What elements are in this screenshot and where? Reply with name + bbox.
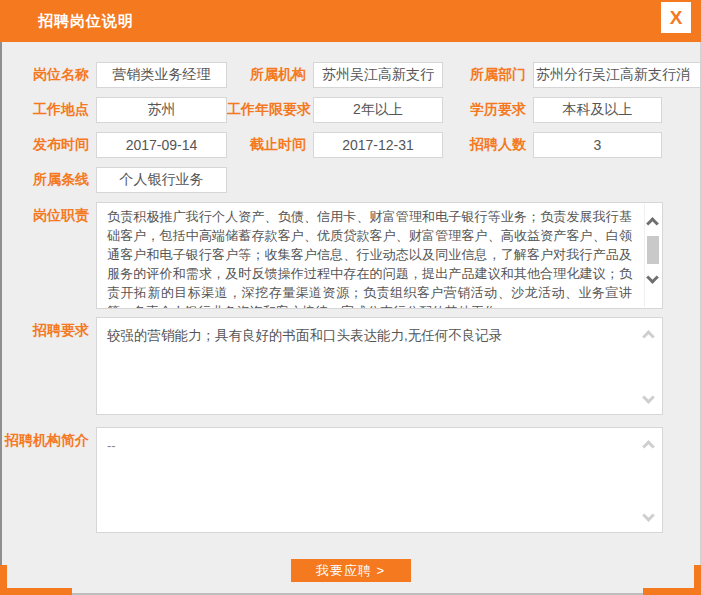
- intro-section: 招聘机构简介 --: [0, 427, 701, 533]
- experience-label: 工作年限要求: [227, 101, 313, 119]
- scroll-down-icon: [642, 391, 655, 404]
- deadline-label: 截止时间: [227, 136, 313, 154]
- institution-field[interactable]: 苏州吴江高新支行: [313, 62, 443, 88]
- education-field[interactable]: 本科及以上: [533, 97, 662, 123]
- requirements-text: 较强的营销能力；具有良好的书面和口头表达能力,无任何不良记录: [97, 318, 662, 345]
- institution-label: 所属机构: [227, 66, 313, 84]
- corner-accent: [643, 588, 701, 595]
- apply-button[interactable]: 我要应聘 >: [291, 559, 411, 582]
- scroll-up-icon[interactable]: [646, 217, 659, 230]
- headcount-field[interactable]: 3: [533, 132, 662, 158]
- publish-date-label: 发布时间: [0, 136, 96, 154]
- department-field[interactable]: 苏州分行吴江高新支行消: [533, 62, 701, 88]
- position-name-label: 岗位名称: [0, 66, 96, 84]
- field-row-1: 岗位名称 营销类业务经理 所属机构 苏州吴江高新支行 所属部门 苏州分行吴江高新…: [0, 62, 701, 88]
- location-label: 工作地点: [0, 101, 96, 119]
- corner-accent: [0, 588, 72, 595]
- deadline-field[interactable]: 2017-12-31: [313, 132, 443, 158]
- dialog-title: 招聘岗位说明: [38, 12, 134, 31]
- publish-date-field[interactable]: 2017-09-14: [96, 132, 227, 158]
- duties-textarea[interactable]: 负责积极推广我行个人资产、负债、信用卡、财富管理和电子银行等业务；负责发展我行基…: [96, 202, 663, 309]
- duties-text: 负责积极推广我行个人资产、负债、信用卡、财富管理和电子银行等业务；负责发展我行基…: [97, 203, 662, 309]
- position-name-field[interactable]: 营销类业务经理: [96, 62, 227, 88]
- requirements-section: 招聘要求 较强的营销能力；具有良好的书面和口头表达能力,无任何不良记录: [0, 317, 701, 415]
- field-row-2: 工作地点 苏州 工作年限要求 2年以上 学历要求 本科及以上: [0, 97, 701, 123]
- job-description-dialog: 招聘岗位说明 X 岗位名称 营销类业务经理 所属机构 苏州吴江高新支行 所属部门…: [0, 0, 701, 595]
- close-icon[interactable]: X: [661, 2, 691, 33]
- duties-scrollbar[interactable]: [644, 204, 661, 307]
- duties-section: 岗位职责 负责积极推广我行个人资产、负债、信用卡、财富管理和电子银行等业务；负责…: [0, 202, 701, 317]
- requirements-textarea[interactable]: 较强的营销能力；具有良好的书面和口头表达能力,无任何不良记录: [96, 317, 663, 415]
- field-row-3: 发布时间 2017-09-14 截止时间 2017-12-31 招聘人数 3: [0, 132, 701, 158]
- business-line-label: 所属条线: [0, 171, 96, 189]
- location-field[interactable]: 苏州: [96, 97, 227, 123]
- intro-textarea[interactable]: --: [96, 427, 663, 533]
- dialog-left-border: [0, 42, 2, 595]
- dialog-header: 招聘岗位说明: [0, 0, 701, 42]
- scroll-down-icon[interactable]: [646, 271, 659, 284]
- dialog-body: 岗位名称 营销类业务经理 所属机构 苏州吴江高新支行 所属部门 苏州分行吴江高新…: [0, 42, 701, 582]
- experience-field[interactable]: 2年以上: [313, 97, 443, 123]
- scroll-down-icon: [642, 509, 655, 522]
- intro-text: --: [97, 428, 662, 455]
- scrollbar-thumb[interactable]: [647, 236, 659, 264]
- intro-label: 招聘机构简介: [0, 427, 96, 450]
- headcount-label: 招聘人数: [443, 136, 533, 154]
- duties-label: 岗位职责: [0, 202, 96, 225]
- education-label: 学历要求: [443, 101, 533, 119]
- requirements-label: 招聘要求: [0, 317, 96, 340]
- department-label: 所属部门: [443, 66, 533, 84]
- field-row-4: 所属条线 个人银行业务: [0, 167, 701, 193]
- business-line-field[interactable]: 个人银行业务: [96, 167, 227, 193]
